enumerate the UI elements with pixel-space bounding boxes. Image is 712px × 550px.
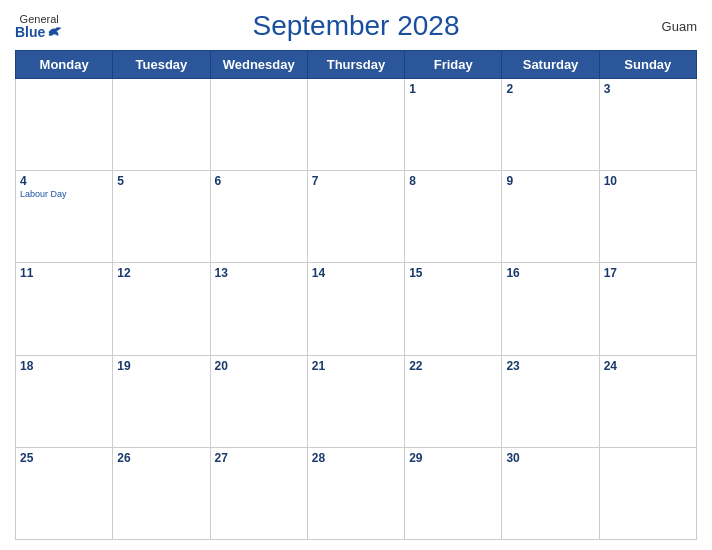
- weekday-tuesday: Tuesday: [113, 51, 210, 79]
- calendar-cell: 7: [307, 171, 404, 263]
- day-number: 21: [312, 359, 400, 373]
- day-number: 26: [117, 451, 205, 465]
- day-number: 6: [215, 174, 303, 188]
- calendar-cell: 9: [502, 171, 599, 263]
- weekday-wednesday: Wednesday: [210, 51, 307, 79]
- day-number: 27: [215, 451, 303, 465]
- day-number: 28: [312, 451, 400, 465]
- week-row-5: 252627282930: [16, 447, 697, 539]
- calendar-cell: [16, 79, 113, 171]
- day-number: 9: [506, 174, 594, 188]
- day-number: 5: [117, 174, 205, 188]
- calendar-cell: 11: [16, 263, 113, 355]
- calendar-cell: 29: [405, 447, 502, 539]
- calendar-cell: 6: [210, 171, 307, 263]
- day-number: 10: [604, 174, 692, 188]
- calendar-cell: 23: [502, 355, 599, 447]
- calendar-cell: 25: [16, 447, 113, 539]
- calendar-table: MondayTuesdayWednesdayThursdayFridaySatu…: [15, 50, 697, 540]
- calendar-cell: [307, 79, 404, 171]
- page-title: September 2028: [252, 10, 459, 42]
- calendar-cell: 19: [113, 355, 210, 447]
- calendar-cell: 27: [210, 447, 307, 539]
- calendar-cell: 3: [599, 79, 696, 171]
- calendar-cell: 5: [113, 171, 210, 263]
- weekday-saturday: Saturday: [502, 51, 599, 79]
- calendar-cell: 12: [113, 263, 210, 355]
- calendar-cell: 17: [599, 263, 696, 355]
- calendar-cell: 4Labour Day: [16, 171, 113, 263]
- day-number: 14: [312, 266, 400, 280]
- day-number: 17: [604, 266, 692, 280]
- weekday-friday: Friday: [405, 51, 502, 79]
- calendar-cell: [599, 447, 696, 539]
- day-number: 16: [506, 266, 594, 280]
- week-row-2: 4Labour Day5678910: [16, 171, 697, 263]
- calendar-cell: 15: [405, 263, 502, 355]
- calendar-cell: 14: [307, 263, 404, 355]
- logo-blue-text: Blue: [15, 25, 63, 39]
- calendar-cell: [210, 79, 307, 171]
- logo-general-text: General: [20, 14, 59, 25]
- day-number: 25: [20, 451, 108, 465]
- country-label: Guam: [662, 19, 697, 34]
- day-number: 30: [506, 451, 594, 465]
- day-number: 4: [20, 174, 108, 188]
- day-number: 22: [409, 359, 497, 373]
- calendar-cell: 16: [502, 263, 599, 355]
- day-number: 19: [117, 359, 205, 373]
- calendar-cell: 10: [599, 171, 696, 263]
- weekday-thursday: Thursday: [307, 51, 404, 79]
- day-number: 11: [20, 266, 108, 280]
- day-number: 24: [604, 359, 692, 373]
- logo: General Blue: [15, 14, 63, 39]
- day-number: 29: [409, 451, 497, 465]
- day-number: 7: [312, 174, 400, 188]
- calendar-cell: 22: [405, 355, 502, 447]
- week-row-4: 18192021222324: [16, 355, 697, 447]
- calendar-cell: 8: [405, 171, 502, 263]
- day-number: 23: [506, 359, 594, 373]
- calendar-header: General Blue September 2028 Guam: [15, 10, 697, 42]
- calendar-cell: 20: [210, 355, 307, 447]
- calendar-cell: 26: [113, 447, 210, 539]
- calendar-cell: 1: [405, 79, 502, 171]
- weekday-monday: Monday: [16, 51, 113, 79]
- calendar-cell: 28: [307, 447, 404, 539]
- weekday-sunday: Sunday: [599, 51, 696, 79]
- calendar-cell: 24: [599, 355, 696, 447]
- logo-bird-icon: [47, 25, 63, 39]
- calendar-cell: 2: [502, 79, 599, 171]
- day-number: 3: [604, 82, 692, 96]
- day-number: 15: [409, 266, 497, 280]
- week-row-1: 123: [16, 79, 697, 171]
- day-number: 20: [215, 359, 303, 373]
- calendar-cell: 13: [210, 263, 307, 355]
- day-number: 18: [20, 359, 108, 373]
- day-number: 13: [215, 266, 303, 280]
- calendar-cell: 30: [502, 447, 599, 539]
- calendar-cell: 18: [16, 355, 113, 447]
- week-row-3: 11121314151617: [16, 263, 697, 355]
- day-number: 1: [409, 82, 497, 96]
- holiday-label: Labour Day: [20, 189, 108, 199]
- day-number: 12: [117, 266, 205, 280]
- day-number: 8: [409, 174, 497, 188]
- calendar-cell: 21: [307, 355, 404, 447]
- calendar-cell: [113, 79, 210, 171]
- weekday-header-row: MondayTuesdayWednesdayThursdayFridaySatu…: [16, 51, 697, 79]
- day-number: 2: [506, 82, 594, 96]
